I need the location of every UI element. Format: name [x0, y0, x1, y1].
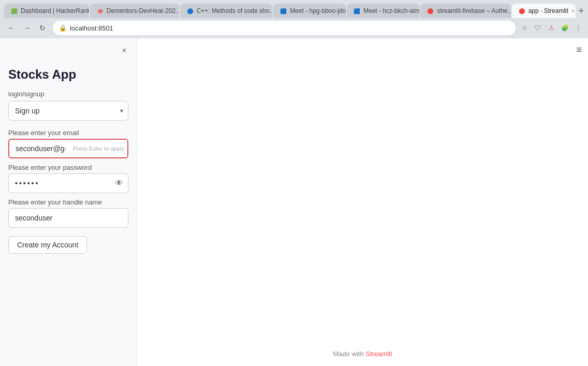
- tab-favicon-firebase: 🔴: [427, 7, 434, 14]
- tab-meet2[interactable]: 🟦 Meet - hcz-bkch-aim: [347, 4, 419, 18]
- address-icons: ☆ 🛡 ⚠ 🧩 ⋮: [519, 22, 584, 34]
- tab-label-firebase: streamlit-firebase – Authe...: [437, 7, 510, 14]
- tab-cpp[interactable]: 🔵 C++: Methods of code sho...: [180, 4, 273, 18]
- bookmark-icon[interactable]: ☆: [519, 22, 530, 34]
- warning-icon: ⚠: [546, 22, 557, 34]
- tab-favicon-hackerrank: 🟩: [10, 7, 18, 14]
- address-bar: ← → ↻ 🔒 localhost:8501 ☆ 🛡 ⚠ 🧩 ⋮: [0, 19, 588, 38]
- footer: Made with Streamlit: [137, 350, 588, 358]
- tab-hackerrank[interactable]: 🟩 Dashboard | HackerRank: [4, 4, 89, 18]
- password-field-label: Please enter your password: [8, 164, 128, 171]
- handle-field-label: Please enter your handle name: [8, 198, 128, 206]
- streamlit-link[interactable]: Streamlit: [365, 350, 392, 358]
- tab-label-hackerrank: Dashboard | HackerRank: [21, 7, 89, 14]
- eye-icon[interactable]: 👁: [115, 179, 123, 188]
- password-input-wrapper: 👁: [8, 173, 128, 193]
- nav-buttons: ← → ↻: [4, 21, 50, 35]
- address-input[interactable]: 🔒 localhost:8501: [53, 21, 516, 35]
- tab-label-streamlit: app · Streamlit: [528, 7, 568, 14]
- new-tab-button[interactable]: +: [579, 6, 584, 17]
- signup-login-select[interactable]: Sign up Login: [8, 101, 128, 121]
- reload-button[interactable]: ↻: [35, 21, 50, 35]
- tab-bar: 🟩 Dashboard | HackerRank 🐙 Dementors-Dev…: [0, 0, 588, 19]
- tab-firebase[interactable]: 🔴 streamlit-firebase – Authe...: [420, 4, 510, 18]
- create-account-button[interactable]: Create my Account: [8, 236, 87, 254]
- password-input[interactable]: [8, 173, 128, 193]
- login-signup-label: login/signup: [8, 90, 128, 98]
- email-input-container: Press Enter to apply: [8, 139, 128, 158]
- email-input[interactable]: [8, 139, 128, 158]
- tab-streamlit[interactable]: 🔴 app · Streamlit ×: [512, 4, 576, 18]
- tab-label-cpp: C++: Methods of code sho...: [197, 7, 273, 14]
- tab-meet1[interactable]: 🟦 Meet - hpg-bboo-jdo: [273, 4, 346, 18]
- tab-label-meet1: Meet - hpg-bboo-jdo: [290, 7, 346, 14]
- select-wrapper: Sign up Login ▾: [8, 101, 128, 121]
- handle-input[interactable]: [8, 208, 128, 228]
- tab-label-dementors: Dementors-DevHeat-202...: [107, 7, 179, 14]
- menu-icon[interactable]: ⋮: [572, 22, 584, 34]
- forward-button[interactable]: →: [20, 21, 34, 35]
- tab-close-icon[interactable]: ×: [571, 8, 575, 14]
- hamburger-menu-button[interactable]: ≡: [576, 45, 582, 55]
- tab-favicon-meet1: 🟦: [280, 7, 287, 14]
- tab-favicon-streamlit: 🔴: [518, 7, 525, 14]
- extensions-icon[interactable]: 🧩: [559, 22, 570, 34]
- tab-dementors[interactable]: 🐙 Dementors-DevHeat-202...: [90, 4, 179, 18]
- back-button[interactable]: ←: [4, 21, 19, 35]
- tab-favicon-meet2: 🟦: [353, 7, 360, 14]
- footer-text: Made with: [333, 350, 365, 358]
- tab-favicon-dementors: 🐙: [96, 7, 104, 14]
- page-area: ≡ Made with Streamlit: [137, 38, 588, 366]
- browser-chrome: 🟩 Dashboard | HackerRank 🐙 Dementors-Dev…: [0, 0, 588, 38]
- email-field-label: Please enter your email: [8, 129, 128, 137]
- app-title: Stocks App: [8, 67, 128, 82]
- shield-icon[interactable]: 🛡: [532, 22, 543, 34]
- tab-label-meet2: Meet - hcz-bkch-aim: [363, 7, 419, 14]
- sidebar: × Stocks App login/signup Sign up Login …: [0, 38, 137, 366]
- sidebar-close-button[interactable]: ×: [118, 45, 130, 57]
- address-text: localhost:8501: [70, 24, 113, 32]
- main-content: × Stocks App login/signup Sign up Login …: [0, 38, 588, 366]
- tab-favicon-cpp: 🔵: [186, 7, 194, 14]
